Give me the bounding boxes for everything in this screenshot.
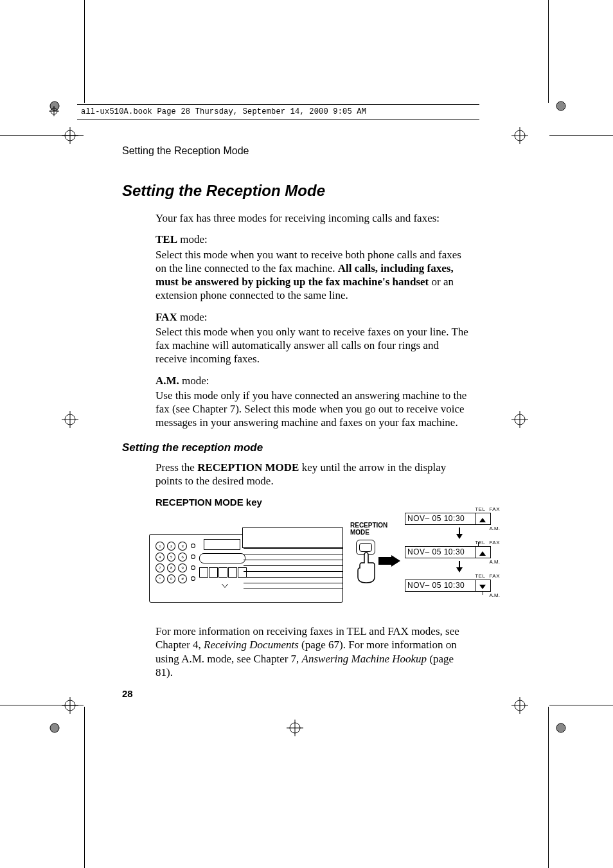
crop-line	[549, 135, 613, 136]
subheading: Setting the reception mode	[122, 441, 469, 454]
instr-bold: RECEPTION MODE	[197, 461, 299, 474]
fax-mode-heading: FAX mode:	[155, 310, 469, 324]
instr-pre: Press the	[155, 461, 197, 474]
lcd-text: NOV– 05 10:30	[405, 513, 476, 525]
am-mode-heading: A.M. mode:	[155, 374, 469, 387]
crosshair-icon	[511, 411, 528, 428]
footnote-text: For more information on receiving faxes …	[155, 624, 469, 679]
page-number: 28	[122, 688, 133, 699]
tel-mode-heading: TEL mode:	[155, 233, 469, 246]
fax-machine-illustration: 123 456 789 *0#	[149, 527, 348, 605]
display-state-1: TELFAX NOV– 05 10:30 A.M.	[405, 506, 501, 537]
print-metadata: all-ux510A.book Page 28 Thursday, Septem…	[77, 104, 479, 120]
registration-mark-icon	[46, 720, 63, 736]
diagram: 123 456 789 *0# RECEPTION MODE	[149, 511, 496, 614]
crop-line	[548, 0, 549, 103]
reception-mode-label: RECEPTION MODE	[350, 522, 387, 536]
crop-line	[549, 705, 613, 705]
registration-mark-icon	[553, 720, 569, 736]
footnote-italic-2: Answering Machine Hookup	[302, 653, 427, 665]
down-arrow-icon	[456, 527, 463, 539]
crosshair-icon	[511, 127, 528, 144]
arrow-down-icon	[475, 580, 491, 592]
display-state-3: TELFAX NOV– 05 10:30 A.M.	[405, 573, 501, 604]
right-arrow-icon	[378, 555, 400, 567]
intro-text: Your fax has three modes for receiving i…	[155, 211, 469, 225]
display-state-2: TELFAX NOV– 05 10:30 A.M.	[405, 540, 501, 571]
crosshair-icon	[62, 697, 78, 714]
instruction-text: Press the RECEPTION MODE key until the a…	[155, 461, 469, 488]
fax-label: FAX	[155, 311, 177, 323]
crosshair-icon	[62, 411, 78, 428]
down-arrow-icon	[456, 561, 463, 572]
running-header: Setting the Reception Mode	[122, 145, 249, 157]
page-content: Setting the Reception Mode Your fax has …	[122, 182, 469, 687]
am-label: A.M.	[155, 375, 179, 387]
pointing-hand-icon	[355, 551, 378, 583]
am-suffix: mode:	[179, 375, 209, 387]
lcd-text: NOV– 05 10:30	[405, 580, 476, 592]
svg-marker-34	[456, 534, 463, 539]
fax-suffix: mode:	[177, 311, 208, 323]
display-states: TELFAX NOV– 05 10:30 A.M. TELFAX NOV– 05…	[405, 506, 501, 607]
fax-mode-body: Select this mode when you only want to r…	[155, 325, 469, 366]
arrow-up-icon	[475, 546, 491, 558]
crosshair-icon	[511, 697, 528, 714]
am-mode-body: Use this mode only if you have connected…	[155, 389, 469, 430]
lcd-text: NOV– 05 10:30	[405, 546, 476, 558]
page-title: Setting the Reception Mode	[122, 182, 469, 200]
crosshair-icon	[287, 720, 303, 736]
metadata-text: all-ux510A.book Page 28 Thursday, Septem…	[81, 107, 366, 116]
footnote-italic-1: Receiving Documents	[204, 639, 299, 651]
tel-suffix: mode:	[177, 233, 208, 245]
crop-line	[84, 0, 85, 103]
keypad-illustration: 123 456 789 *0#	[155, 542, 195, 585]
crosshair-icon	[49, 106, 59, 119]
tel-mode-body: Select this mode when you want to receiv…	[155, 248, 469, 303]
tel-label: TEL	[155, 233, 177, 245]
svg-marker-36	[456, 567, 463, 572]
crop-line	[548, 707, 549, 868]
crop-line	[84, 707, 85, 868]
svg-marker-32	[378, 555, 400, 567]
arrow-up-icon	[475, 513, 491, 525]
crosshair-icon	[62, 127, 78, 144]
registration-mark-icon	[553, 98, 569, 114]
